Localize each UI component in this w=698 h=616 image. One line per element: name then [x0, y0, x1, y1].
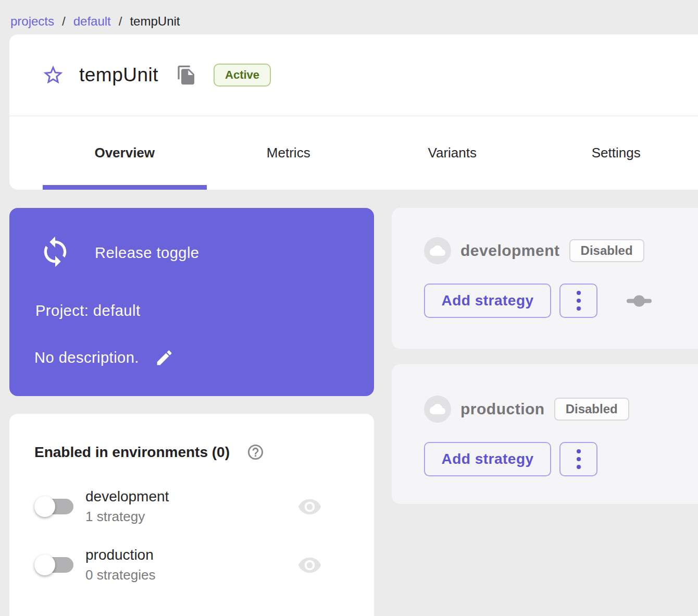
kebab-dot	[577, 465, 581, 469]
card-actions-row: Add strategy	[424, 284, 698, 318]
left-column: Release toggle Project: default No descr…	[9, 208, 374, 616]
environment-status-badge: Disabled	[554, 398, 629, 421]
toggle-thumb	[34, 555, 55, 575]
add-strategy-button[interactable]: Add strategy	[424, 284, 551, 318]
environment-name: production	[85, 547, 155, 563]
development-strategies-card: development Disabled Add strategy	[392, 208, 698, 349]
visibility-eye-icon[interactable]	[297, 553, 322, 577]
tab-overview[interactable]: Overview	[43, 116, 207, 190]
environment-card-title: development	[460, 242, 560, 260]
panel-title-row: Enabled in environments (0)	[34, 443, 348, 461]
environment-row-production: production 0 strategies	[34, 547, 348, 583]
description-row: No description.	[34, 348, 374, 367]
right-column: development Disabled Add strategy	[392, 208, 698, 616]
rollout-slider-icon	[627, 294, 652, 307]
environment-text: production 0 strategies	[85, 547, 155, 583]
tab-variants[interactable]: Variants	[370, 116, 534, 190]
card-head-row: development Disabled	[424, 237, 698, 264]
description-label: No description.	[34, 349, 139, 366]
feature-header-row: tempUnit Active	[9, 34, 698, 116]
breadcrumb-separator: /	[62, 14, 66, 29]
breadcrumb-link-projects[interactable]: projects	[10, 14, 54, 29]
visibility-eye-icon[interactable]	[297, 495, 322, 519]
kebab-dot	[577, 457, 581, 461]
edit-description-icon[interactable]	[155, 348, 174, 367]
toggle-type-label: Release toggle	[95, 244, 199, 262]
environment-row-development: development 1 strategy	[34, 488, 348, 525]
tab-metrics[interactable]: Metrics	[207, 116, 371, 190]
environment-name: development	[85, 488, 169, 505]
cloud-icon	[424, 237, 451, 264]
tab-metrics-label: Metrics	[267, 145, 310, 161]
add-strategy-button[interactable]: Add strategy	[424, 442, 551, 476]
breadcrumb-link-default[interactable]: default	[73, 14, 111, 29]
kebab-dot	[577, 449, 581, 453]
active-tab-underline	[43, 185, 207, 190]
tab-settings[interactable]: Settings	[534, 116, 698, 190]
environment-status-badge: Disabled	[569, 239, 644, 262]
breadcrumb-separator: /	[119, 14, 122, 29]
environment-strategy-count: 1 strategy	[85, 509, 169, 525]
favorite-star-icon[interactable]	[42, 64, 65, 87]
toggle-type-row: Release toggle	[9, 208, 374, 270]
panel-title: Enabled in environments (0)	[34, 444, 230, 461]
more-options-button[interactable]	[559, 442, 597, 476]
enabled-environments-panel: Enabled in environments (0) development …	[9, 414, 374, 616]
kebab-dot	[577, 299, 581, 303]
development-toggle-switch[interactable]	[34, 496, 74, 518]
status-badge: Active	[214, 64, 271, 87]
environment-text: development 1 strategy	[85, 488, 169, 525]
feature-header-card: tempUnit Active Overview Metrics Variant…	[9, 34, 698, 190]
overview-content: Release toggle Project: default No descr…	[9, 208, 698, 616]
kebab-dot	[577, 291, 581, 295]
breadcrumb-current-page: tempUnit	[130, 14, 180, 29]
tab-overview-label: Overview	[94, 145, 155, 161]
card-actions-row: Add strategy	[424, 442, 698, 476]
cloud-icon	[424, 396, 451, 423]
toggle-thumb	[34, 496, 55, 517]
page-title: tempUnit	[79, 64, 158, 86]
tab-bar: Overview Metrics Variants Settings	[9, 116, 698, 190]
environment-strategy-count: 0 strategies	[85, 567, 155, 583]
breadcrumb: projects / default / tempUnit	[0, 0, 698, 34]
project-label: Project: default	[35, 302, 374, 319]
production-toggle-switch[interactable]	[34, 554, 74, 576]
toggle-info-card: Release toggle Project: default No descr…	[9, 208, 374, 396]
help-icon[interactable]	[246, 443, 265, 461]
more-options-button[interactable]	[559, 284, 597, 318]
kebab-dot	[577, 306, 581, 311]
environment-card-title: production	[460, 400, 545, 418]
card-head-row: production Disabled	[424, 396, 698, 423]
production-strategies-card: production Disabled Add strategy	[392, 364, 698, 504]
copy-icon[interactable]	[176, 65, 197, 85]
release-sync-icon	[39, 235, 72, 270]
tab-settings-label: Settings	[592, 145, 641, 161]
tab-variants-label: Variants	[428, 145, 477, 161]
